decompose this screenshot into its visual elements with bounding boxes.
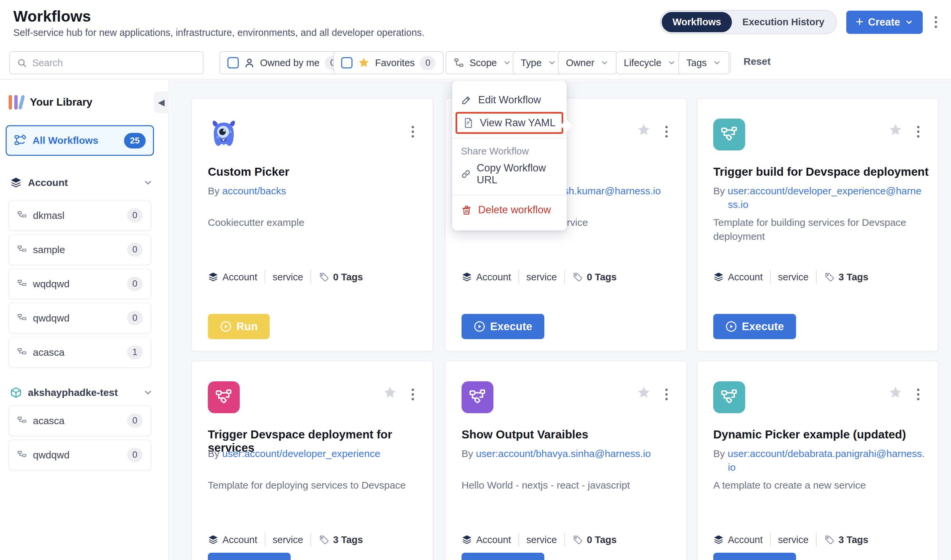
- sidebar-item-qwdqwd[interactable]: qwdqwd 0: [8, 303, 151, 334]
- workflow-card-custom-picker[interactable]: Custom Picker By account/backs Cookiecut…: [191, 98, 433, 351]
- lifecycle-filter[interactable]: Lifecycle: [616, 51, 684, 74]
- card-title: Dynamic Picker example (updated): [713, 428, 906, 441]
- favorite-star-icon[interactable]: [888, 385, 903, 400]
- sidebar-collapse-icon[interactable]: ◀: [154, 92, 169, 113]
- favorite-star-icon[interactable]: [636, 123, 651, 137]
- chevron-down-icon: [905, 18, 914, 26]
- sidebar-item-dkmasl[interactable]: dkmasl 0: [8, 200, 151, 231]
- owner-link[interactable]: user:account/debabrata.panigrahi@harness…: [727, 448, 925, 473]
- workflow-mini-icon: [17, 279, 27, 289]
- card-scope: Account: [728, 534, 763, 545]
- favorite-star-icon[interactable]: [888, 123, 903, 137]
- play-icon: [474, 320, 485, 332]
- page-kebab-menu-icon[interactable]: [932, 14, 940, 31]
- person-icon: [244, 57, 255, 68]
- sidebar-item-all-workflows[interactable]: All Workflows 25: [6, 125, 154, 156]
- card-kebab-menu-icon[interactable]: [914, 386, 922, 403]
- favorite-star-icon[interactable]: [636, 385, 651, 400]
- favorite-star-icon[interactable]: [383, 385, 397, 400]
- type-filter-label: Type: [521, 57, 542, 68]
- cube-icon: [10, 387, 22, 398]
- card-owner-line: By user:account/developer_experience@har…: [713, 185, 925, 211]
- card-type: service: [526, 534, 557, 545]
- favorites-checkbox[interactable]: [341, 57, 352, 68]
- card-kebab-menu-icon[interactable]: [663, 123, 670, 140]
- sidebar-item-wqdqwd[interactable]: wqdqwd 0: [8, 268, 151, 299]
- card-tags: 3 Tags: [838, 534, 869, 545]
- owner-link[interactable]: user:account/bhavya.sinha@harness.io: [476, 448, 651, 459]
- card-kebab-menu-icon[interactable]: [409, 123, 417, 140]
- run-button[interactable]: Run: [208, 314, 270, 339]
- card-owner-line: By user:account/debabrata.panigrahi@harn…: [713, 447, 925, 474]
- card-scope: Account: [222, 534, 257, 545]
- trash-icon: [461, 204, 472, 215]
- sidebar-item-label: dkmasl: [33, 210, 121, 221]
- menu-item-delete-workflow[interactable]: Delete workflow: [452, 199, 567, 220]
- card-footer: Account service 0 Tags: [462, 270, 616, 284]
- type-filter[interactable]: Type: [513, 51, 564, 74]
- menu-item-copy-workflow-url[interactable]: Copy Workflow URL: [452, 157, 567, 191]
- workflow-card-trigger-devspace[interactable]: Trigger Devspace deployment for services…: [191, 361, 433, 560]
- chevron-down-icon: [713, 58, 721, 67]
- execute-button[interactable]: Execute: [462, 553, 544, 560]
- sidebar: Your Library ◀ All Workflows 25 Account …: [0, 80, 169, 560]
- tag-icon: [824, 272, 835, 282]
- card-type: service: [778, 272, 809, 283]
- menu-item-view-raw-yaml[interactable]: View Raw YAML: [455, 112, 563, 134]
- scope-hierarchy-icon: [454, 57, 464, 68]
- tab-workflows[interactable]: Workflows: [662, 12, 732, 32]
- execute-button[interactable]: Execute: [208, 553, 290, 560]
- item-count: 0: [127, 414, 143, 428]
- execute-button[interactable]: Execute: [713, 314, 796, 339]
- reset-filters-link[interactable]: Reset: [744, 56, 771, 67]
- share-section-label: Share Workflow: [452, 143, 567, 157]
- item-count: 1: [127, 345, 143, 359]
- chevron-down-icon: [600, 58, 609, 67]
- workflow-mini-icon: [17, 450, 27, 460]
- sidebar-item-label: qwdqwd: [33, 449, 121, 461]
- workflow-card-trigger-build[interactable]: Trigger build for Devspace deployment By…: [696, 98, 939, 351]
- all-workflows-label: All Workflows: [32, 135, 118, 146]
- play-icon: [220, 320, 232, 332]
- sidebar-group-account[interactable]: Account: [10, 177, 153, 189]
- owner-link[interactable]: account/backs: [222, 185, 286, 196]
- chevron-down-icon: [143, 388, 153, 398]
- tags-filter[interactable]: Tags: [678, 51, 729, 74]
- library-header: Your Library: [9, 94, 93, 109]
- tab-execution-history[interactable]: Execution History: [732, 12, 835, 32]
- workflow-card-dynamic-picker[interactable]: Dynamic Picker example (updated) By user…: [696, 361, 939, 560]
- scope-filter[interactable]: Scope: [446, 51, 519, 74]
- owned-by-me-filter[interactable]: Owned by me 0: [219, 51, 349, 74]
- owned-by-me-checkbox[interactable]: [227, 57, 239, 68]
- stack-icon: [10, 177, 22, 189]
- sidebar-item-qwdqwd-2[interactable]: qwdqwd 0: [8, 439, 151, 470]
- owner-filter[interactable]: Owner: [558, 51, 617, 74]
- menu-item-edit-workflow[interactable]: Edit Workflow: [452, 89, 567, 111]
- sidebar-item-acasca-2[interactable]: acasca 0: [8, 405, 151, 436]
- card-kebab-menu-icon[interactable]: [663, 386, 670, 403]
- execute-button[interactable]: Execute: [462, 314, 544, 339]
- workflow-tile-icon: [208, 381, 240, 413]
- tags-filter-label: Tags: [686, 57, 707, 68]
- sidebar-group-akshayphadke-test[interactable]: akshayphadke-test: [10, 387, 153, 398]
- execute-button[interactable]: Execute: [713, 553, 796, 560]
- card-kebab-menu-icon[interactable]: [409, 386, 417, 403]
- sidebar-item-sample[interactable]: sample 0: [8, 234, 151, 265]
- sidebar-item-acasca[interactable]: acasca 1: [8, 337, 151, 368]
- card-kebab-menu-icon[interactable]: [914, 123, 922, 140]
- library-title: Your Library: [30, 96, 93, 108]
- tag-icon: [572, 534, 583, 545]
- favorites-filter[interactable]: Favorites 0: [333, 51, 443, 74]
- workflow-mini-icon: [17, 211, 27, 220]
- item-count: 0: [127, 208, 143, 223]
- owner-link[interactable]: user:account/developer_experience: [222, 448, 380, 459]
- search-input[interactable]: [32, 57, 196, 68]
- workflow-tile-icon: [713, 381, 745, 413]
- workflow-card-show-output-variables[interactable]: Show Output Varaibles By user:account/bh…: [445, 361, 687, 560]
- page-subtitle: Self-service hub for new applications, i…: [13, 27, 424, 38]
- owner-link[interactable]: user:account/developer_experience@harnes…: [727, 185, 922, 210]
- card-type: service: [778, 534, 809, 545]
- card-type: service: [273, 272, 303, 283]
- create-button[interactable]: + Create: [846, 11, 923, 34]
- all-workflows-count-badge: 25: [124, 133, 146, 148]
